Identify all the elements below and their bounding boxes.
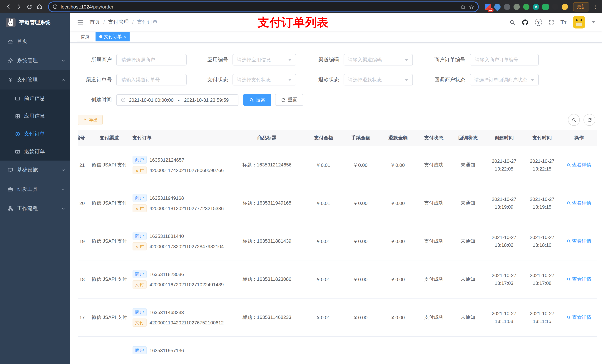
close-icon[interactable]: × <box>124 35 126 39</box>
pay-time-cell: 2021-10-27 13:17:08 <box>523 260 561 298</box>
search-icon[interactable] <box>509 19 515 25</box>
pay-status-cell: 支付成功 <box>417 146 451 184</box>
extension-pin-icon[interactable] <box>493 2 502 11</box>
search-icon <box>571 117 576 122</box>
tag-pay-order[interactable]: 支付订单 × <box>96 32 130 42</box>
notify-status-filter-select[interactable]: 请选择订单回调商户状态 <box>470 74 539 85</box>
product-title-cell <box>229 336 305 364</box>
view-detail-link[interactable]: 查看详情 <box>567 200 591 207</box>
pay-order-cell: 商户 1635311881440 支付 42000011732021102728… <box>129 222 229 260</box>
sidebar-item-workflow[interactable]: 工作流程 <box>0 199 70 218</box>
address-bar[interactable]: localhost:1024/pay/order <box>48 1 479 12</box>
extension-bird-icon[interactable] <box>552 3 558 10</box>
pay-order-cell: 商户 1635311468233 支付 42000011942021102767… <box>129 298 229 336</box>
order-id-cell <box>78 336 90 364</box>
extension-icon[interactable] <box>504 3 510 10</box>
export-button[interactable]: 导出 <box>78 115 103 125</box>
merchant-no-line: 商户 1635311823086 <box>132 270 229 278</box>
hamburger-icon[interactable] <box>77 19 84 26</box>
view-detail-link[interactable]: 查看详情 <box>567 238 591 245</box>
channel-order-no-filter-input[interactable] <box>116 74 187 85</box>
browser-update-button[interactable]: 更新 <box>573 2 589 11</box>
channel-code-filter-label: 渠道编码 <box>307 56 339 63</box>
browser-forward-button[interactable] <box>14 2 24 11</box>
pay-tag: 支付 <box>132 281 146 289</box>
refresh-table-button[interactable] <box>583 114 595 126</box>
view-detail-link[interactable]: 查看详情 <box>567 162 591 168</box>
reset-button[interactable]: 重置 <box>275 94 303 106</box>
pay-status-cell: 支付成功 <box>417 184 451 222</box>
chevron-down-icon <box>62 207 65 210</box>
create-time-cell <box>485 336 523 364</box>
extension-face-icon[interactable] <box>562 3 568 10</box>
fullscreen-icon[interactable] <box>548 19 554 25</box>
browser-menu-icon[interactable]: ⋮ <box>592 4 598 10</box>
question-icon[interactable]: ? <box>535 19 542 26</box>
chevron-up-icon <box>62 78 65 82</box>
merchant-order-no-filter-input[interactable] <box>470 54 539 65</box>
merchant-no-line: 商户 1635312124657 <box>132 156 229 164</box>
sidebar-item-home[interactable]: 首页 <box>0 32 70 51</box>
share-icon[interactable] <box>461 4 466 9</box>
pay-status-cell: 支付成功 <box>417 222 451 260</box>
tag-home[interactable]: 首页 <box>77 32 93 42</box>
pay-amount-cell <box>305 336 342 364</box>
chevron-down-icon <box>288 79 292 81</box>
refund-amount-cell: ¥ 0.00 <box>379 146 417 184</box>
extension-icon[interactable] <box>514 3 520 10</box>
sidebar-item-system[interactable]: 系统管理 <box>0 51 70 70</box>
breadcrumb-payment[interactable]: 支付管理 <box>108 19 129 26</box>
chevron-down-icon <box>405 59 408 61</box>
sidebar-item-infra[interactable]: 基础设施 <box>0 161 70 180</box>
browser-back-button[interactable] <box>4 2 13 11</box>
avatar-caret-icon[interactable] <box>592 21 595 23</box>
create-time-cell: 2021-10-27 13:19:09 <box>485 184 523 222</box>
browser-home-button[interactable] <box>35 2 44 11</box>
merchant-filter-input[interactable] <box>116 54 187 65</box>
create-time-cell: 2021-10-27 13:18:02 <box>485 222 523 260</box>
font-size-icon[interactable]: TT <box>560 20 567 25</box>
sidebar-item-payment[interactable]: 支付管理 <box>0 70 70 90</box>
table-body: 21 微信 JSAPI 支付 商户 1635312124657 支付 42000… <box>78 146 597 364</box>
sidebar-item-dev-tools[interactable]: 研发工具 <box>0 180 70 199</box>
sidebar-item-pay-order[interactable]: 支付订单 <box>0 125 70 143</box>
sidebar-item-merchant-info[interactable]: 商户信息 <box>0 90 70 107</box>
gear-icon <box>7 58 13 64</box>
pay-no-line: 支付 4200001194202110276752100612 <box>132 319 229 327</box>
extension-chat-icon[interactable] <box>542 3 549 10</box>
refund-amount-cell: ¥ 0.00 <box>379 184 417 222</box>
site-info-icon[interactable] <box>53 4 58 9</box>
search-icon <box>567 239 571 243</box>
pay-status-filter-select[interactable]: 请选择支付状态 <box>233 74 296 85</box>
extension-icon[interactable] <box>523 3 529 10</box>
sidebar-item-refund-order[interactable]: 退款订单 <box>0 143 70 161</box>
view-detail-link[interactable]: 查看详情 <box>567 314 591 321</box>
pay-no-line: 支付 4200001181202110277723215336 <box>132 204 229 212</box>
pay-no-line: 支付 4200001174202110278060590766 <box>132 166 229 174</box>
search-icon <box>249 97 254 102</box>
bookmark-star-icon[interactable] <box>469 4 474 10</box>
view-detail-link[interactable]: 查看详情 <box>567 276 591 283</box>
refresh-icon <box>587 117 592 122</box>
avatar[interactable] <box>573 16 585 29</box>
end-date: 2021-10-31 23:59:59 <box>184 97 229 103</box>
pay-no-line: 支付 4200001167202110271022491439 <box>132 281 229 289</box>
breadcrumb-home[interactable]: 首页 <box>90 19 100 26</box>
app-filter-select[interactable]: 请选择应用信息 <box>233 54 296 65</box>
browser-reload-button[interactable] <box>24 2 34 11</box>
sidebar-item-app-info[interactable]: 应用信息 <box>0 107 70 125</box>
create-time-cell: 2021-10-27 13:11:08 <box>485 298 523 336</box>
refund-status-filter-select[interactable]: 请选择退款状态 <box>344 74 413 85</box>
create-time-range-picker[interactable]: 2021-10-01 00:00:00 - 2021-10-31 23:59:5… <box>116 94 238 106</box>
merchant-tag: 商户 <box>132 270 146 278</box>
search-button[interactable]: 搜索 <box>243 94 271 106</box>
channel-order-no-filter-label: 渠道订单号 <box>78 76 112 83</box>
pay-no-line: 支付 4200001173202110272847982104 <box>132 242 229 250</box>
channel-code-filter-select[interactable]: 请输入渠道编码 <box>344 54 413 65</box>
app-title: 芋道管理系统 <box>19 19 50 26</box>
pay-tag: 支付 <box>132 166 146 174</box>
hide-search-button[interactable] <box>568 114 580 126</box>
github-icon[interactable] <box>521 19 528 26</box>
extension-check-icon[interactable]: V <box>533 3 539 10</box>
extension-icon[interactable]: 10 <box>485 3 491 10</box>
